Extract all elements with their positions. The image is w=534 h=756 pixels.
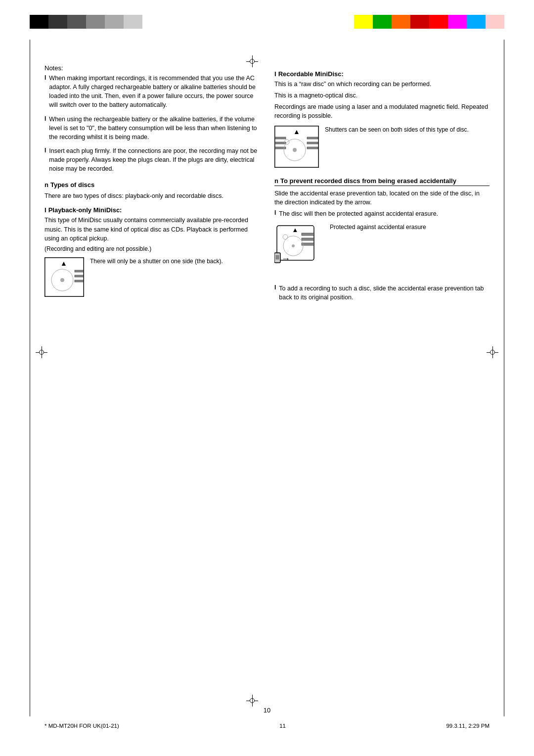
i-marker-add-recording: I	[274, 284, 276, 302]
playback-only-heading: I Playback-only MiniDisc:	[44, 206, 260, 214]
playback-disc-diagram-area: ▲ There will only be a shutter on one si…	[44, 257, 260, 298]
border-right	[504, 40, 504, 716]
recordable-label: Recordable MiniDisc:	[278, 70, 344, 78]
n-marker-prevent: n	[274, 177, 278, 185]
two-column-layout: Notes: I When making important recording…	[44, 64, 490, 303]
protected-disc-svg: ▲ →	[274, 223, 324, 278]
color-bar-right-item	[392, 15, 410, 29]
svg-rect-28	[276, 255, 279, 259]
svg-rect-20	[302, 233, 314, 236]
notes-bullet-3: I Insert each plug firmly. If the connec…	[44, 146, 260, 173]
protected-disc-diagram-area: ▲ →	[274, 223, 490, 279]
footer-center: 11	[279, 723, 286, 729]
recordable-disc-label: Shutters can be seen on both sides of th…	[325, 126, 469, 134]
svg-rect-21	[302, 238, 314, 240]
svg-point-17	[293, 148, 297, 152]
footer-right: 99.3.11, 2:29 PM	[446, 723, 490, 729]
n-marker-types: n	[44, 181, 48, 189]
svg-point-25	[292, 244, 295, 247]
page-number: 10	[264, 707, 270, 714]
svg-rect-22	[302, 243, 314, 245]
svg-rect-3	[75, 275, 84, 277]
prevent-erasure-text1: Slide the accidental erase prevention ta…	[274, 189, 490, 207]
color-bar-right-item	[429, 15, 448, 29]
playback-only-text1: This type of MiniDisc usually contains c…	[44, 216, 260, 242]
prevent-bullet-item: I The disc will then be protected agains…	[274, 209, 490, 218]
notes-text-3: Insert each plug firmly. If the connecti…	[49, 146, 260, 173]
notes-bullet-2: I When using the rechargeable battery or…	[44, 115, 260, 142]
svg-rect-4	[75, 280, 84, 282]
recordable-disc-svg: ▲	[274, 126, 319, 168]
recordable-text2: This is a magneto-optical disc.	[274, 91, 490, 100]
footer-left: * MD-MT20H FOR UK(01-21)	[44, 723, 119, 729]
i-marker-playback: I	[44, 206, 46, 214]
bullet-marker-1: I	[44, 74, 46, 110]
protected-disc-image: ▲ →	[274, 223, 324, 279]
prevent-erasure-heading: n To prevent recorded discs from being e…	[274, 177, 490, 186]
recordable-disc-image: ▲	[274, 126, 319, 169]
color-bar-left-item	[105, 15, 124, 29]
prevent-bullet-text: The disc will then be protected against …	[279, 209, 438, 218]
notes-label: Notes:	[44, 64, 260, 72]
notes-text-2: When using the rechargeable battery or t…	[49, 115, 260, 142]
color-bars-left	[30, 15, 161, 29]
color-bar-left-item	[67, 15, 86, 29]
svg-text:▲: ▲	[60, 259, 67, 267]
svg-rect-2	[75, 270, 84, 272]
types-of-discs-label: Types of discs	[50, 181, 94, 189]
add-recording-bullet: I To add a recording to such a disc, sli…	[274, 284, 490, 302]
i-marker-recordable: I	[274, 70, 276, 78]
playback-only-label: Playback-only MiniDisc:	[48, 206, 122, 214]
color-bars	[0, 15, 534, 29]
i-marker-prevent: I	[274, 209, 276, 218]
notes-text-1: When making important recordings, it is …	[49, 74, 260, 110]
right-column: I Recordable MiniDisc: This is a “raw di…	[274, 64, 490, 303]
svg-rect-12	[275, 137, 286, 139]
add-recording-text: To add a recording to such a disc, slide…	[279, 284, 490, 302]
svg-rect-10	[307, 142, 318, 144]
border-left	[30, 40, 30, 716]
playback-disc-label: There will only be a shutter on one side…	[90, 257, 223, 266]
main-content: Notes: I When making important recording…	[44, 64, 490, 697]
color-bar-right-item	[373, 15, 392, 29]
svg-rect-11	[307, 147, 318, 149]
color-bar-right-item	[467, 15, 486, 29]
color-bar-left-item	[142, 15, 161, 29]
recordable-text1: This is a “raw disc” on which recording …	[274, 80, 490, 89]
color-bar-right-item	[354, 15, 373, 29]
color-bar-left-item	[124, 15, 142, 29]
playback-disc-svg: ▲	[44, 257, 84, 297]
svg-text:▲: ▲	[292, 226, 299, 234]
protected-disc-label: Protected against accidental erasure	[330, 223, 426, 232]
color-bar-left-item	[30, 15, 48, 29]
recordable-text3: Recordings are made using a laser and a …	[274, 102, 490, 120]
playback-disc-image: ▲	[44, 257, 84, 298]
bullet-marker-3: I	[44, 146, 46, 173]
color-bar-right-item	[486, 15, 504, 29]
notes-bullet-list: I When making important recordings, it i…	[44, 74, 260, 173]
playback-only-text2: (Recording and editing are not possible.…	[44, 245, 260, 252]
svg-text:→: →	[281, 254, 290, 264]
bullet-marker-2: I	[44, 115, 46, 142]
color-bar-left-item	[86, 15, 105, 29]
color-bar-left-item	[48, 15, 67, 29]
svg-text:▲: ▲	[293, 128, 300, 136]
left-column: Notes: I When making important recording…	[44, 64, 260, 303]
color-bar-right-item	[410, 15, 429, 29]
prevent-erasure-label: To prevent recorded discs from being era…	[280, 177, 456, 185]
recordable-disc-diagram-area: ▲ S	[274, 126, 490, 169]
types-of-discs-intro: There are two types of discs: playback-o…	[44, 191, 260, 200]
footer: * MD-MT20H FOR UK(01-21) 11 99.3.11, 2:2…	[44, 723, 490, 729]
types-of-discs-heading: n Types of discs	[44, 181, 260, 189]
svg-point-6	[60, 278, 64, 282]
svg-rect-9	[307, 137, 318, 139]
color-bar-right-item	[448, 15, 467, 29]
recordable-heading: I Recordable MiniDisc:	[274, 70, 490, 78]
color-bars-right	[354, 15, 504, 29]
notes-bullet-1: I When making important recordings, it i…	[44, 74, 260, 110]
